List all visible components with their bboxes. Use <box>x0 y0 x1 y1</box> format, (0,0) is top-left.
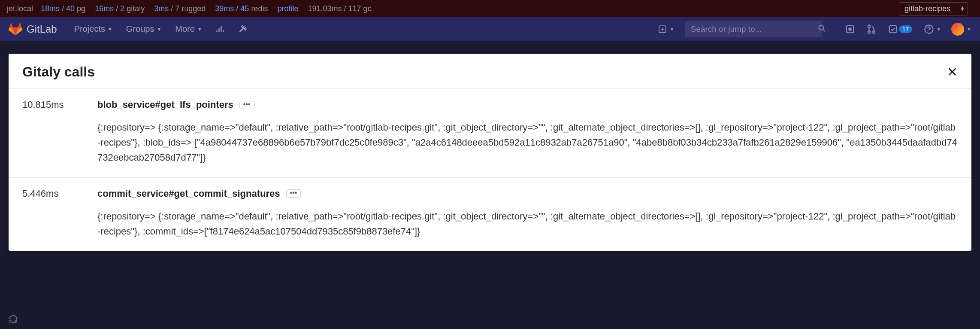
nav-more[interactable]: More ▼ <box>175 24 202 34</box>
call-row: 10.815ms blob_service#get_lfs_pointers •… <box>9 89 971 178</box>
new-dropdown[interactable]: ▼ <box>659 25 675 33</box>
perf-metric-gitaly[interactable]: 16ms / 2 gitaly <box>95 4 145 13</box>
chevron-down-icon: ▼ <box>108 27 112 32</box>
issues-icon[interactable] <box>845 24 855 34</box>
search-icon <box>818 24 826 34</box>
modal-title: Gitaly calls <box>22 64 95 80</box>
svg-point-3 <box>849 28 851 30</box>
svg-point-4 <box>868 25 870 27</box>
perf-metric-redis[interactable]: 39ms / 45 redis <box>215 4 268 13</box>
tanuki-icon <box>9 22 22 36</box>
chevron-down-icon: ▼ <box>967 27 971 32</box>
activity-icon[interactable] <box>216 25 224 34</box>
project-selector[interactable]: gitlab-recipes ▲▼ <box>899 2 968 15</box>
chevron-down-icon: ▼ <box>157 27 161 32</box>
call-detail: {:repository=> {:storage_name=>"default"… <box>97 120 958 165</box>
updown-icon: ▲▼ <box>960 6 965 11</box>
performance-bar: jet.local 18ms / 40 pg 16ms / 2 gitaly 3… <box>0 0 980 17</box>
call-row: 5.446ms commit_service#get_commit_signat… <box>9 178 971 251</box>
todos-icon[interactable]: 17 <box>888 24 913 34</box>
perf-metric-pg[interactable]: 18ms / 40 pg <box>41 4 85 13</box>
svg-point-1 <box>819 25 823 30</box>
nav-projects[interactable]: Projects ▼ <box>74 24 112 34</box>
call-method: commit_service#get_commit_signatures ••• <box>97 188 301 199</box>
chevron-down-icon: ▼ <box>936 27 941 32</box>
refresh-icon[interactable] <box>9 314 18 326</box>
chevron-down-icon: ▼ <box>670 27 675 32</box>
gc-stat: 191.03ms / 117 gc <box>308 4 371 13</box>
merge-requests-icon[interactable] <box>867 24 876 34</box>
call-method: blob_service#get_lfs_pointers ••• <box>97 99 254 110</box>
host-label: jet.local <box>7 4 33 13</box>
main-nav: GitLab Projects ▼ Groups ▼ More ▼ ▼ 17 <box>0 17 980 41</box>
perf-metric-rugged[interactable]: 3ms / 7 rugged <box>154 4 206 13</box>
gitlab-logo[interactable]: GitLab <box>9 22 57 36</box>
gitaly-calls-modal: Gitaly calls ✕ 10.815ms blob_service#get… <box>9 54 971 251</box>
close-icon[interactable]: ✕ <box>947 66 958 79</box>
search-input[interactable] <box>685 21 822 37</box>
svg-point-5 <box>868 31 870 34</box>
profile-link[interactable]: profile <box>277 4 298 13</box>
svg-point-6 <box>872 31 875 34</box>
expand-button[interactable]: ••• <box>239 101 254 109</box>
chevron-down-icon: ▼ <box>197 27 202 32</box>
nav-groups[interactable]: Groups ▼ <box>126 24 161 34</box>
call-duration: 5.446ms <box>22 188 97 239</box>
admin-icon[interactable] <box>238 25 247 34</box>
user-avatar[interactable] <box>951 23 964 36</box>
help-icon[interactable]: ▼ <box>924 24 941 34</box>
call-detail: {:repository=> {:storage_name=>"default"… <box>97 209 958 239</box>
call-duration: 10.815ms <box>22 99 97 165</box>
svg-point-9 <box>15 320 17 323</box>
todos-badge: 17 <box>899 25 913 33</box>
expand-button[interactable]: ••• <box>286 189 301 198</box>
